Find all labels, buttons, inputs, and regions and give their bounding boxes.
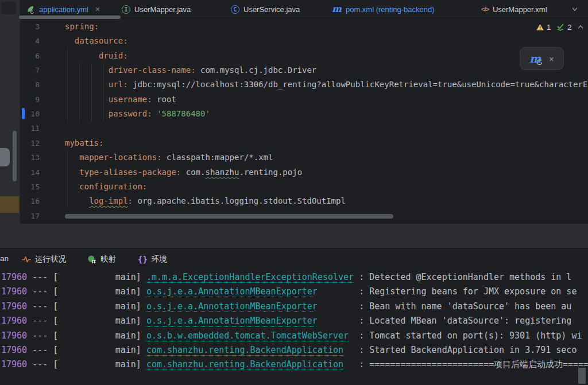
log-pid: 17960 bbox=[1, 286, 27, 297]
console-line: 17960 --- [ main] o.s.j.e.a.AnnotationMB… bbox=[1, 314, 588, 328]
code-line: 9 username: root bbox=[20, 92, 588, 107]
warning-icon bbox=[536, 23, 544, 32]
line-number: 11 bbox=[20, 121, 40, 135]
log-thread: --- [ main] bbox=[27, 316, 146, 326]
scrollbar-track[interactable] bbox=[13, 131, 17, 181]
tool-window-tab[interactable]: an bbox=[0, 254, 9, 263]
code-token: type-aliases-package: bbox=[79, 168, 181, 177]
code-line: 13 mapper-locations: classpath:mapper/*.… bbox=[20, 150, 588, 165]
log-pid: 17960 bbox=[1, 316, 27, 326]
code-line: 7 driver-class-name: com.mysql.cj.jdbc.D… bbox=[20, 63, 588, 77]
log-message: Located MBean 'dataSource': registering bbox=[369, 316, 571, 326]
tool-window-tab[interactable]: 运行状况 bbox=[22, 254, 66, 265]
log-pid: 17960 bbox=[1, 345, 27, 355]
log-logger-link[interactable]: o.s.b.w.embedded.tomcat.TomcatWebServer bbox=[146, 330, 349, 341]
line-number: 15 bbox=[20, 180, 40, 194]
editor-tab[interactable]: CUserService.java bbox=[231, 0, 300, 18]
log-logger-link[interactable]: o.s.j.e.a.AnnotationMBeanExporter bbox=[146, 286, 318, 297]
log-pid: 17960 bbox=[1, 272, 27, 282]
code-token: root bbox=[152, 95, 176, 104]
console-line: 17960 --- [ main] .m.m.a.ExceptionHandle… bbox=[1, 270, 588, 285]
code-token: username: bbox=[109, 95, 152, 104]
code-token: druid: bbox=[99, 51, 128, 60]
code-line: 11 bbox=[20, 121, 588, 135]
close-icon[interactable]: × bbox=[95, 5, 100, 13]
spring-yaml-file-icon bbox=[26, 5, 35, 14]
log-thread: --- [ main] bbox=[27, 345, 146, 355]
code-line: 15 configuration: bbox=[20, 180, 588, 194]
log-thread: --- [ main] bbox=[27, 330, 146, 341]
selected-tree-row-fragment bbox=[0, 196, 19, 213]
scrollbar-thumb[interactable] bbox=[0, 148, 10, 166]
line-number: 7 bbox=[20, 63, 40, 77]
console-line: 17960 --- [ main] com.shanzhu.renting.Ba… bbox=[1, 357, 588, 372]
editor-tab[interactable]: IUserMapper.java bbox=[122, 0, 191, 18]
code-line: 3spring: bbox=[20, 20, 588, 34]
line-number: 8 bbox=[20, 77, 40, 92]
warnings-indicator[interactable]: 1 bbox=[536, 23, 551, 32]
code-token: : bbox=[128, 196, 133, 205]
line-number: 16 bbox=[20, 194, 40, 208]
run-tool-window: 17960 --- [ main] .m.m.a.ExceptionHandle… bbox=[0, 248, 588, 385]
log-logger-link[interactable]: .m.m.a.ExceptionHandlerExceptionResolver bbox=[146, 272, 354, 282]
console-output[interactable]: 17960 --- [ main] .m.m.a.ExceptionHandle… bbox=[1, 270, 588, 385]
maven-reload-popup: m × bbox=[520, 47, 564, 70]
code-line: 10 password: '588786480' bbox=[20, 107, 588, 121]
tool-window-tab[interactable]: {}环境 bbox=[138, 254, 167, 265]
horizontal-scrollbar-thumb[interactable] bbox=[65, 214, 393, 219]
code-token: log-impl bbox=[89, 196, 127, 205]
tool-tab-label: 映射 bbox=[100, 254, 116, 265]
warning-count: 1 bbox=[547, 23, 551, 32]
code-token: '588786480' bbox=[157, 109, 210, 118]
xml-file-icon: </> bbox=[481, 6, 489, 13]
console-line: 17960 --- [ main] com.shanzhu.renting.Ba… bbox=[1, 343, 588, 357]
code-token: password: bbox=[109, 109, 152, 118]
editor-pane[interactable]: 3spring:4 datasource:6 druid:7 driver-cl… bbox=[20, 18, 588, 224]
editor-tab[interactable]: </>UserMapper.xml bbox=[481, 0, 547, 18]
code-line: 6 druid: bbox=[20, 49, 588, 63]
check-squiggle-icon bbox=[556, 22, 565, 32]
console-scrollbar-thumb[interactable] bbox=[578, 368, 586, 384]
typos-indicator[interactable]: 2 bbox=[556, 22, 571, 32]
log-message: Tomcat started on port(s): 9301 (http) w… bbox=[369, 330, 582, 341]
log-message: ========================项目后端启动成功========… bbox=[369, 359, 588, 370]
caret-line-marker bbox=[22, 108, 25, 119]
chevron-up-icon[interactable] bbox=[577, 23, 585, 31]
chevron-down-icon[interactable] bbox=[571, 5, 579, 13]
code-token: com.mysql.cj.jdbc.Driver bbox=[196, 65, 317, 75]
log-message: Detected @ExceptionHandler methods in l bbox=[369, 272, 571, 282]
code-token: spring: bbox=[65, 22, 99, 31]
log-message: Bean with name 'dataSource' has been au bbox=[369, 301, 571, 312]
code-token: driver-class-name: bbox=[109, 65, 196, 75]
left-panel-edge bbox=[0, 0, 20, 224]
java-interface-icon: I bbox=[122, 5, 130, 14]
tool-tab-label: an bbox=[0, 254, 9, 263]
maven-reload-icon[interactable]: m bbox=[529, 53, 541, 64]
editor-tab-bar: application.yml×IUserMapper.javaCUserSer… bbox=[20, 0, 588, 18]
tab-label: UserMapper.xml bbox=[493, 5, 547, 14]
tab-label: UserService.java bbox=[243, 5, 300, 14]
tool-window-tab[interactable]: 映射 bbox=[87, 254, 116, 265]
line-number: 9 bbox=[20, 92, 40, 107]
console-line: 17960 --- [ main] o.s.j.e.a.AnnotationMB… bbox=[1, 300, 588, 314]
log-logger-link[interactable]: o.s.j.e.a.AnnotationMBeanExporter bbox=[146, 316, 318, 326]
log-logger-link[interactable]: o.s.j.e.a.AnnotationMBeanExporter bbox=[146, 301, 318, 312]
code-line: 14 type-aliases-package: com.shanzhu.ren… bbox=[20, 165, 588, 180]
log-thread: --- [ main] bbox=[27, 272, 146, 282]
log-thread: --- [ main] bbox=[27, 286, 146, 297]
log-pid: 17960 bbox=[1, 359, 27, 370]
maven-icon: m bbox=[332, 5, 342, 14]
ide-window: application.yml×IUserMapper.javaCUserSer… bbox=[0, 0, 588, 385]
line-number: 4 bbox=[20, 34, 40, 48]
line-number: 13 bbox=[20, 150, 40, 165]
code-token: datasource: bbox=[75, 36, 128, 45]
editor-tab[interactable]: mpom.xml (renting-backend) bbox=[332, 0, 435, 18]
log-logger-link[interactable]: com.shanzhu.renting.BackendApplication bbox=[146, 359, 343, 370]
console-line: 17960 --- [ main] o.s.b.w.embedded.tomca… bbox=[1, 329, 588, 343]
log-logger-link[interactable]: com.shanzhu.renting.BackendApplication bbox=[146, 345, 343, 355]
code-line: 16 log-impl: org.apache.ibatis.logging.s… bbox=[20, 194, 588, 208]
close-icon[interactable]: × bbox=[549, 55, 554, 63]
code-token: shanzhu bbox=[205, 168, 239, 177]
pulse-icon bbox=[22, 255, 31, 264]
log-message: Registering beans for JMX exposure on se bbox=[369, 286, 577, 297]
